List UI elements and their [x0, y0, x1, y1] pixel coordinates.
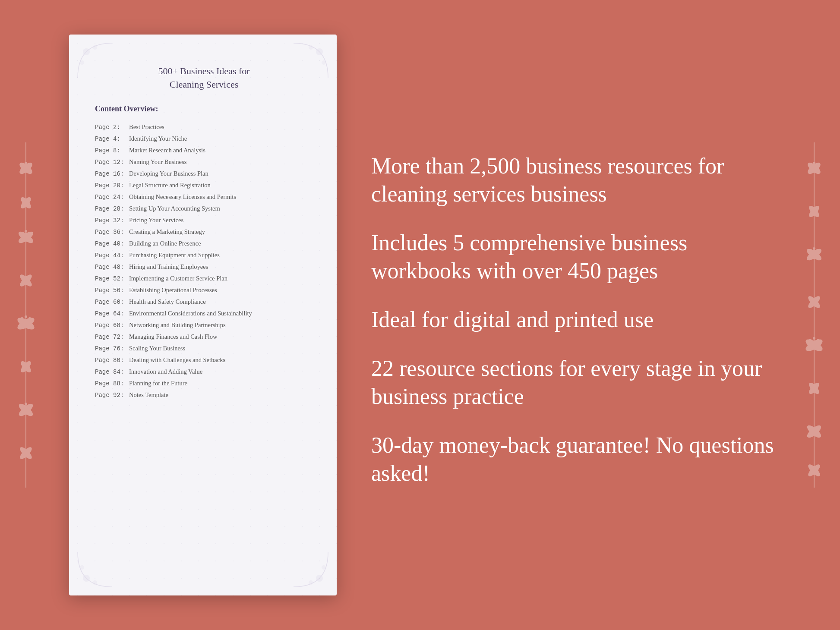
svg-point-7 — [24, 201, 28, 205]
svg-point-67 — [93, 45, 97, 50]
doc-corner-tr — [289, 39, 332, 82]
toc-page-number: Page 76: — [95, 345, 127, 352]
svg-point-32 — [23, 450, 28, 456]
toc-title: Hiring and Training Employees — [129, 263, 208, 271]
toc-page-number: Page 80: — [95, 357, 127, 364]
toc-item: Page 16:Developing Your Business Plan — [95, 168, 313, 180]
toc-page-number: Page 60: — [95, 299, 127, 306]
svg-point-22 — [28, 317, 31, 320]
toc-item: Page 92:Notes Template — [95, 389, 313, 401]
svg-point-75 — [322, 565, 326, 570]
svg-point-29 — [25, 403, 27, 405]
toc-item: Page 68:Networking and Building Partners… — [95, 319, 313, 331]
toc-title: Pricing Your Services — [129, 217, 183, 224]
toc-title: Creating a Marketing Strategy — [129, 228, 205, 236]
svg-point-21 — [21, 317, 23, 320]
svg-point-53 — [813, 337, 815, 340]
toc-item: Page 36:Creating a Marketing Strategy — [95, 226, 313, 238]
svg-point-11 — [25, 230, 27, 233]
toc-item: Page 44:Purchasing Equipment and Supplie… — [95, 249, 313, 261]
toc-item: Page 64:Environmental Considerations and… — [95, 308, 313, 319]
svg-point-37 — [813, 162, 815, 164]
svg-point-45 — [809, 249, 812, 252]
document-title: 500+ Business Ideas for Cleaning Service… — [95, 65, 313, 91]
svg-point-3 — [23, 166, 28, 171]
toc-page-number: Page 52: — [95, 275, 127, 282]
floral-right-decoration — [788, 0, 840, 630]
toc-item: Page 72:Managing Finances and Cash Flow — [95, 331, 313, 343]
svg-point-12 — [21, 232, 24, 234]
toc-item: Page 28:Setting Up Your Accounting Syste… — [95, 203, 313, 214]
toc-page-number: Page 72: — [95, 334, 127, 340]
toc-title: Building an Online Presence — [129, 240, 201, 247]
toc-page-number: Page 32: — [95, 217, 127, 224]
toc-item: Page 60:Health and Safety Compliance — [95, 296, 313, 308]
toc-title: Purchasing Equipment and Supplies — [129, 252, 220, 259]
right-panel: More than 2,500 business resources for c… — [371, 143, 780, 487]
toc-page-number: Page 12: — [95, 159, 127, 166]
svg-point-46 — [816, 249, 819, 252]
toc-item: Page 84:Innovation and Adding Value — [95, 366, 313, 378]
svg-point-74 — [316, 575, 323, 582]
toc-page-number: Page 28: — [95, 205, 127, 212]
svg-point-20 — [25, 315, 27, 318]
svg-point-25 — [24, 365, 28, 369]
feature-text-2: Includes 5 comprehensive business workbo… — [371, 229, 780, 285]
svg-point-16 — [23, 278, 28, 283]
toc-title: Best Practices — [129, 123, 164, 131]
svg-point-64 — [812, 468, 817, 473]
toc-page-number: Page 16: — [95, 170, 127, 177]
svg-point-73 — [93, 580, 97, 585]
feature-text-4: 22 resource sections for every stage in … — [371, 354, 780, 410]
document-panel: 500+ Business Ideas for Cleaning Service… — [69, 35, 337, 595]
svg-point-58 — [812, 386, 816, 391]
toc-title: Establishing Operational Processes — [129, 287, 217, 294]
toc-page-number: Page 20: — [95, 182, 127, 189]
toc-page-number: Page 92: — [95, 392, 127, 399]
svg-point-69 — [322, 60, 326, 65]
svg-point-28 — [23, 407, 29, 413]
toc-title: Setting Up Your Accounting System — [129, 205, 220, 212]
section-label: Content Overview: — [95, 104, 313, 113]
svg-point-54 — [809, 339, 812, 341]
svg-point-55 — [817, 339, 819, 341]
toc-page-number: Page 4: — [95, 135, 127, 142]
toc-page-number: Page 44: — [95, 252, 127, 259]
toc-title: Planning for the Future — [129, 380, 187, 387]
svg-point-43 — [811, 252, 817, 258]
svg-point-36 — [812, 166, 817, 171]
toc-item: Page 32:Pricing Your Services — [95, 214, 313, 226]
toc-title: Networking and Building Partnerships — [129, 321, 226, 329]
svg-point-66 — [80, 60, 84, 65]
toc-title: Identifying Your Niche — [129, 135, 187, 142]
table-of-contents: Page 2:Best PracticesPage 4:Identifying … — [95, 121, 313, 401]
svg-point-19 — [22, 320, 29, 327]
doc-corner-br — [289, 548, 332, 591]
toc-title: Scaling Your Business — [129, 345, 185, 352]
toc-title: Dealing with Challenges and Setbacks — [129, 356, 225, 364]
toc-page-number: Page 8: — [95, 147, 127, 154]
floral-left-decoration — [0, 0, 52, 630]
svg-point-61 — [811, 428, 817, 435]
toc-title: Legal Structure and Registration — [129, 182, 211, 189]
toc-item: Page 24:Obtaining Necessary Licenses and… — [95, 191, 313, 203]
doc-corner-tl — [73, 39, 117, 82]
svg-point-72 — [80, 565, 84, 570]
toc-item: Page 20:Legal Structure and Registration — [95, 180, 313, 191]
toc-title: Naming Your Business — [129, 158, 186, 166]
toc-item: Page 12:Naming Your Business — [95, 156, 313, 168]
toc-item: Page 56:Establishing Operational Process… — [95, 284, 313, 296]
toc-title: Obtaining Necessary Licenses and Permits — [129, 193, 236, 201]
toc-item: Page 88:Planning for the Future — [95, 378, 313, 389]
toc-page-number: Page 88: — [95, 380, 127, 387]
toc-item: Page 2:Best Practices — [95, 121, 313, 133]
svg-point-68 — [316, 48, 323, 55]
toc-page-number: Page 84: — [95, 369, 127, 375]
toc-page-number: Page 36: — [95, 229, 127, 236]
toc-page-number: Page 48: — [95, 264, 127, 271]
toc-title: Notes Template — [129, 391, 168, 399]
toc-title: Implementing a Customer Service Plan — [129, 275, 227, 282]
svg-point-44 — [813, 247, 815, 250]
toc-page-number: Page 2: — [95, 124, 127, 131]
toc-page-number: Page 40: — [95, 240, 127, 247]
